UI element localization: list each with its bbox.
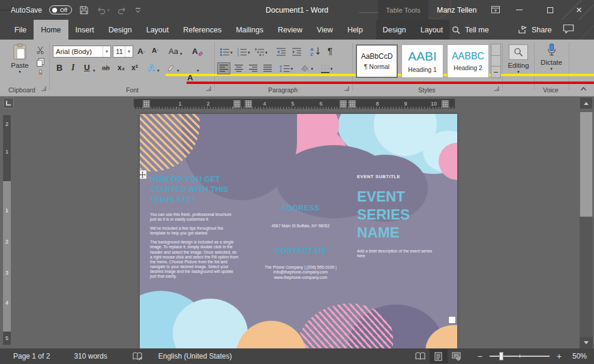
event-description[interactable]: Add a brief description of the event ser…: [357, 249, 441, 259]
table-resize-handle[interactable]: [448, 316, 456, 324]
document-page[interactable]: HOW DO YOU GET STARTED WITH THIS TEMPLAT…: [140, 114, 457, 348]
bold-button[interactable]: B: [56, 63, 62, 73]
styles-scroll-up-button[interactable]: [491, 44, 501, 56]
page-indicator[interactable]: Page 1 of 2: [13, 352, 50, 360]
tab-view[interactable]: View: [310, 20, 340, 40]
table-column-marker[interactable]: [143, 100, 150, 108]
print-layout-button[interactable]: [430, 349, 448, 363]
style-heading2[interactable]: AABBC Heading 2: [447, 44, 489, 78]
ribbon-display-options-button[interactable]: [491, 5, 500, 17]
vertical-scrollbar[interactable]: [580, 111, 593, 348]
proofing-status-button[interactable]: [133, 352, 143, 361]
table-column-marker[interactable]: [349, 100, 356, 108]
zoom-level[interactable]: 50%: [564, 352, 587, 360]
contact-line[interactable]: info@thephone-company.com: [253, 270, 349, 275]
save-button[interactable]: [79, 5, 89, 15]
subscript-button[interactable]: x₂: [118, 64, 125, 72]
maximize-button[interactable]: [540, 0, 560, 20]
superscript-button[interactable]: x²: [131, 64, 138, 72]
scrollbar-thumb[interactable]: [580, 112, 593, 217]
multilevel-caret[interactable]: ▾: [265, 51, 268, 55]
table-column-marker[interactable]: [245, 100, 252, 108]
italic-button[interactable]: I: [71, 63, 74, 73]
font-dialog-launcher[interactable]: [206, 83, 211, 94]
web-layout-button[interactable]: [448, 349, 466, 363]
borders-button[interactable]: ▾: [319, 63, 334, 74]
grow-font-button[interactable]: Aˆ: [137, 47, 145, 56]
collapse-ribbon-button[interactable]: [578, 85, 588, 92]
paste-dropdown-caret[interactable]: ▾: [19, 70, 21, 74]
undo-dropdown-caret[interactable]: ▾: [107, 8, 110, 13]
font-size-caret[interactable]: ▾: [125, 46, 133, 57]
font-color-caret[interactable]: ▾: [197, 69, 199, 73]
vertical-ruler[interactable]: 2 1 1 2 3 4 5: [3, 115, 11, 345]
zoom-in-button[interactable]: +: [554, 351, 564, 361]
comments-button[interactable]: [563, 24, 574, 37]
font-name-combo[interactable]: Arial (Body) ▾: [53, 46, 111, 58]
zoom-slider[interactable]: [490, 356, 550, 357]
tab-table-layout[interactable]: Layout: [413, 20, 451, 40]
underline-button[interactable]: U: [84, 63, 90, 72]
signed-in-user[interactable]: Manz Tellen: [437, 0, 476, 20]
table-column-marker[interactable]: [442, 100, 449, 108]
text-effects-button[interactable]: A: [148, 62, 155, 73]
decrease-indent-button[interactable]: [275, 46, 287, 57]
minimize-button[interactable]: [509, 0, 529, 20]
contact-block[interactable]: The Phone Company | (206) 555-0100 | inf…: [253, 265, 349, 280]
language-status[interactable]: English (United States): [158, 352, 232, 360]
contact-heading[interactable]: CONTACT US: [253, 246, 349, 255]
customize-qat-button[interactable]: [134, 7, 142, 14]
align-center-button[interactable]: [233, 63, 245, 74]
align-right-button[interactable]: [247, 63, 259, 74]
tab-file[interactable]: File: [7, 20, 34, 40]
dictate-button[interactable]: Dictate ▾: [538, 43, 565, 71]
multilevel-list-button[interactable]: [253, 46, 265, 57]
tab-home[interactable]: Home: [34, 20, 68, 40]
highlight-caret[interactable]: ▾: [177, 69, 179, 73]
strikethrough-button[interactable]: ab: [102, 64, 110, 71]
tab-stop-selector[interactable]: [3, 98, 14, 109]
table-column-marker[interactable]: [340, 100, 347, 108]
format-painter-button[interactable]: [34, 68, 46, 79]
justify-button[interactable]: [262, 63, 274, 74]
brochure-center-panel[interactable]: ADDRESS 4567 Main St Buffalo, NY 98052 C…: [253, 204, 349, 280]
copy-button[interactable]: [34, 56, 46, 67]
table-move-handle[interactable]: [140, 170, 147, 179]
increase-indent-button[interactable]: [290, 46, 302, 57]
line-spacing-button[interactable]: ▾: [278, 63, 293, 74]
contact-line[interactable]: The Phone Company | (206) 555-0100 |: [253, 265, 349, 270]
horizontal-ruler[interactable]: 1 2 3 4 5 6 7 8 9 10: [133, 98, 455, 109]
numbering-button[interactable]: 123: [236, 46, 248, 57]
paragraph-dialog-launcher[interactable]: [344, 83, 349, 94]
tab-layout[interactable]: Layout: [139, 20, 176, 40]
shading-button[interactable]: ▾: [299, 63, 314, 74]
show-hide-pilcrow-button[interactable]: ¶: [328, 46, 332, 56]
address-line[interactable]: 4567 Main St Buffalo, NY 98052: [253, 224, 349, 228]
word-count[interactable]: 310 words: [74, 352, 107, 360]
close-button[interactable]: ×: [569, 0, 589, 20]
bullets-button[interactable]: [218, 46, 230, 57]
font-name-caret[interactable]: ▾: [103, 46, 110, 57]
tab-references[interactable]: References: [176, 20, 229, 40]
font-size-combo[interactable]: 11 ▾: [113, 46, 133, 58]
share-button[interactable]: Share: [518, 20, 551, 40]
numbering-caret[interactable]: ▾: [248, 51, 250, 55]
editing-button[interactable]: Editing ▾: [505, 44, 532, 74]
contact-line[interactable]: www.thephone-company.com: [253, 275, 349, 280]
address-heading[interactable]: ADDRESS: [253, 204, 349, 212]
align-left-button[interactable]: [218, 63, 230, 74]
left-panel-heading[interactable]: HOW DO YOU GET STARTED WITH THIS TEMPLAT…: [150, 174, 239, 204]
bullets-caret[interactable]: ▾: [230, 51, 233, 55]
underline-caret[interactable]: ▾: [93, 69, 95, 73]
tab-design[interactable]: Design: [101, 20, 139, 40]
read-mode-button[interactable]: [412, 349, 430, 363]
clear-formatting-button[interactable]: A: [192, 47, 203, 56]
style-heading1[interactable]: AABI Heading 1: [401, 44, 443, 78]
paste-button[interactable]: Paste ▾: [6, 43, 34, 74]
scrollbar-down-button[interactable]: [580, 337, 593, 348]
event-series-name[interactable]: EVENT SERIES NAME: [357, 188, 428, 242]
shrink-font-button[interactable]: Aˇ: [152, 47, 158, 54]
left-panel-paragraph[interactable]: The background design is included as a s…: [150, 240, 239, 279]
event-subtitle[interactable]: EVENT SUBTITLE: [357, 174, 447, 179]
tell-me-box[interactable]: Tell me: [452, 20, 489, 40]
